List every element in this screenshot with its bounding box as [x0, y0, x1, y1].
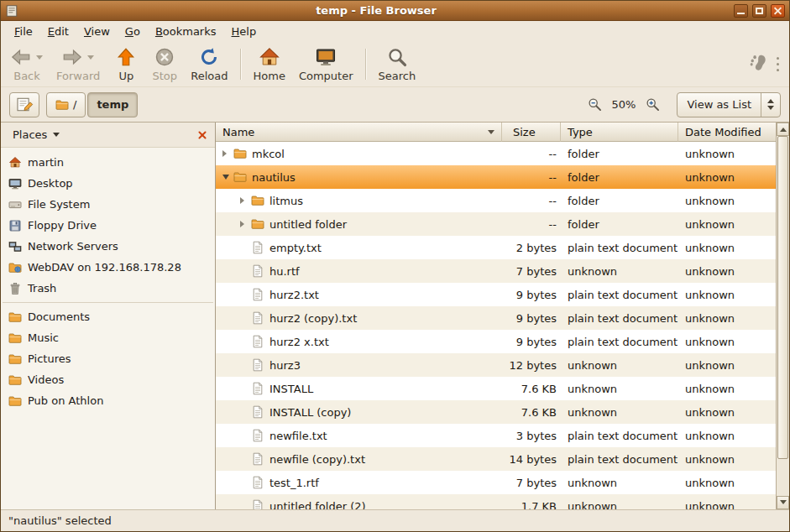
sidebar-item-floppy-drive[interactable]: Floppy Drive [1, 215, 215, 236]
file-modified: unknown [678, 242, 776, 254]
sidebar-item-webdav-on-192-168-178-28[interactable]: WebDAV on 192.168.178.28 [1, 257, 215, 278]
toolbar-home-button[interactable]: Home [247, 44, 292, 84]
scroll-down-button[interactable] [777, 496, 789, 509]
sidebar-item-network-servers[interactable]: Network Servers [1, 236, 215, 257]
sidebar-item-trash[interactable]: Trash [1, 278, 215, 299]
path-root-button[interactable]: / [46, 92, 86, 117]
toolbar-search-button[interactable]: Search [372, 44, 423, 84]
stop-icon [154, 47, 175, 67]
toolbar-back-dropdown-icon[interactable] [36, 55, 43, 63]
file-type: folder [561, 218, 678, 231]
file-row-hurz2-x-txt[interactable]: hurz2 x.txt9 bytesplain text documentunk… [216, 330, 776, 353]
sidebar-item-music[interactable]: Music [1, 327, 215, 348]
minimize-button[interactable] [734, 4, 748, 18]
menu-go[interactable]: Go [118, 23, 148, 40]
toolbar-forward-button[interactable]: Forward [50, 44, 107, 84]
file-name: nautilus [252, 171, 296, 184]
places-list: martinDesktopFile SystemFloppy DriveNetw… [1, 148, 215, 509]
file-row-nautilus[interactable]: nautilus--folderunknown [216, 165, 776, 189]
file-row-test-1-rtf[interactable]: test_1.rtf7 bytesunknownunknown [216, 471, 776, 494]
window-title: temp - File Browser [23, 4, 730, 17]
file-size: -- [502, 218, 561, 231]
toolbar-stop-button[interactable]: Stop [145, 44, 184, 84]
toolbar-grip[interactable] [777, 55, 779, 73]
maximize-button[interactable] [752, 4, 766, 18]
folder-icon [8, 373, 22, 387]
toolbar-up-label: Up [118, 70, 133, 82]
toolbar-home-label: Home [254, 70, 285, 82]
close-button[interactable] [771, 4, 785, 18]
toolbar-separator [365, 49, 367, 80]
floppy-icon [8, 219, 22, 232]
titlebar[interactable]: temp - File Browser [1, 1, 789, 21]
scroll-up-button[interactable] [777, 123, 789, 136]
sidebar-item-desktop[interactable]: Desktop [1, 173, 215, 194]
column-header-name[interactable]: Name [216, 123, 502, 142]
file-row-hurz3[interactable]: hurz312 bytesunknownunknown [216, 353, 776, 377]
menu-bookmarks[interactable]: Bookmarks [148, 23, 224, 40]
view-selector[interactable]: View as List [677, 92, 781, 117]
sidebar-item-videos[interactable]: Videos [1, 369, 215, 390]
place-label: Pictures [28, 352, 71, 365]
file-name: untitled folder (2) [269, 500, 366, 510]
file-browser-window: temp - File Browser FileEditViewGoBookma… [0, 0, 790, 532]
menu-file[interactable]: File [7, 23, 40, 40]
file-row-hurz2-txt[interactable]: hurz2.txt9 bytesplain text documentunkno… [216, 283, 776, 306]
file-row-litmus[interactable]: litmus--folderunknown [216, 189, 776, 212]
expander-collapsed-icon[interactable] [238, 221, 249, 227]
chevron-down-icon [53, 133, 60, 140]
toolbar-separator [240, 49, 242, 80]
search-icon [387, 47, 407, 67]
file-row-untitled-folder[interactable]: untitled folder--folderunknown [216, 212, 776, 236]
column-header-type[interactable]: Type [561, 123, 678, 142]
column-header-size[interactable]: Size [502, 123, 561, 142]
file-row-hu-rtf[interactable]: hu.rtf7 bytesunknownunknown [216, 259, 776, 283]
expander-collapsed-icon[interactable] [221, 150, 231, 157]
file-modified: unknown [678, 430, 776, 442]
file-row-newfile-txt[interactable]: newfile.txt3 bytesplain text documentunk… [216, 424, 776, 447]
toolbar-computer-button[interactable]: Computer [292, 44, 360, 84]
file-icon [251, 288, 264, 301]
sidebar-item-pictures[interactable]: Pictures [1, 348, 215, 369]
vertical-scrollbar[interactable] [776, 123, 789, 509]
folder-icon [251, 217, 264, 231]
close-sidebar-button[interactable] [195, 128, 210, 143]
scrollbar-thumb[interactable] [777, 136, 788, 459]
file-size: 1.7 KB [502, 500, 561, 510]
network-icon [8, 240, 22, 253]
zoom-out-button[interactable] [584, 94, 606, 116]
toolbar-up-button[interactable]: Up [107, 44, 145, 84]
menu-view[interactable]: View [76, 23, 118, 40]
file-size: 7.6 KB [502, 406, 561, 419]
place-label: Videos [28, 373, 64, 386]
file-modified: unknown [678, 383, 776, 395]
toolbar-back-button[interactable]: Back [4, 44, 50, 84]
file-row-install-copy[interactable]: INSTALL (copy)7.6 KBunknownunknown [216, 400, 776, 424]
back-icon [11, 47, 31, 67]
file-row-install[interactable]: INSTALL7.6 KBunknownunknown [216, 377, 776, 400]
zoom-in-button[interactable] [641, 94, 663, 116]
sidebar-item-pub-on-athlon[interactable]: Pub on Athlon [1, 390, 215, 411]
file-icon [251, 241, 264, 254]
file-row-newfile-copy-txt[interactable]: newfile (copy).txt14 bytesplain text doc… [216, 447, 776, 471]
places-selector[interactable]: Places [6, 126, 66, 143]
toolbar-forward-dropdown-icon[interactable] [87, 55, 94, 63]
expander-expanded-icon[interactable] [221, 172, 231, 183]
sidebar-item-documents[interactable]: Documents [1, 306, 215, 327]
menu-edit[interactable]: Edit [40, 23, 76, 40]
column-header-date-modified[interactable]: Date Modified [678, 123, 776, 142]
expander-collapsed-icon[interactable] [238, 197, 249, 204]
file-row-mkcol[interactable]: mkcol--folderunknown [216, 142, 776, 165]
sidebar-item-file-system[interactable]: File System [1, 194, 215, 215]
file-row-untitled-folder-2[interactable]: untitled folder (2)1.7 KBunknownunknown [216, 494, 776, 509]
toggle-location-entry-button[interactable] [9, 92, 39, 117]
path-temp-button[interactable]: temp [87, 92, 138, 117]
toolbar-reload-button[interactable]: Reload [184, 44, 234, 84]
file-row-hurz2-copy-txt[interactable]: hurz2 (copy).txt9 bytesplain text docume… [216, 306, 776, 330]
sidebar-item-martin[interactable]: martin [1, 152, 215, 173]
toolbar-reload-label: Reload [191, 70, 228, 82]
file-icon [251, 476, 264, 489]
menu-help[interactable]: Help [224, 23, 264, 40]
file-row-empty-txt[interactable]: empty.txt2 bytesplain text documentunkno… [216, 236, 776, 259]
places-sidebar: Places martinDesktopFile SystemFloppy Dr… [1, 123, 216, 509]
